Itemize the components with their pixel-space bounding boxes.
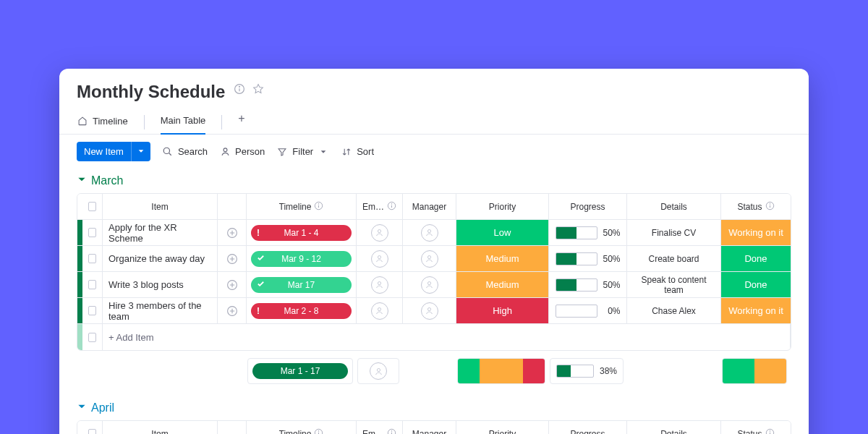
svg-point-34	[427, 307, 430, 310]
employee-cell[interactable]	[357, 220, 403, 246]
item-name[interactable]: Hire 3 members of the team	[103, 298, 218, 324]
group-summary: Mar 1 - 1738%	[77, 358, 791, 384]
employee-cell[interactable]	[357, 298, 403, 324]
employee-cell[interactable]	[357, 272, 403, 298]
progress-cell[interactable]: 50%	[549, 220, 627, 246]
table-row[interactable]: Hire 3 members of the team!Mar 2 - 8High…	[77, 298, 791, 324]
details-cell[interactable]: Chase Alex	[627, 298, 721, 324]
timeline-pill[interactable]: !Mar 2 - 8	[247, 298, 357, 324]
progress-cell[interactable]: 50%	[549, 246, 627, 272]
svg-point-8	[319, 203, 320, 204]
person-label: Person	[235, 146, 265, 157]
status-cell[interactable]: Done	[721, 246, 791, 272]
priority-cell[interactable]: Medium	[456, 272, 549, 298]
home-icon	[77, 115, 88, 127]
drag-handle-icon[interactable]: ⇕	[585, 420, 591, 422]
priority-distribution	[457, 358, 545, 384]
timeline-pill[interactable]: Mar 17	[247, 272, 357, 298]
status-cell[interactable]: Done	[721, 272, 791, 298]
svg-point-28	[378, 281, 380, 284]
status-cell[interactable]: Working on it	[721, 298, 791, 324]
status-distribution	[722, 358, 787, 384]
item-name[interactable]: Organize the away day	[103, 246, 218, 272]
svg-point-18	[378, 229, 380, 232]
details-cell[interactable]: Speak to content team	[627, 272, 721, 298]
svg-point-11	[391, 203, 392, 204]
info-icon[interactable]	[314, 201, 323, 213]
svg-point-38	[319, 430, 320, 431]
chevron-down-icon	[77, 174, 87, 187]
details-cell[interactable]: Finalise CV	[627, 220, 721, 246]
person-icon	[219, 146, 231, 158]
progress-cell[interactable]: 0%	[549, 298, 627, 324]
group-header[interactable]: April	[77, 401, 791, 414]
svg-point-29	[427, 281, 430, 284]
add-tab-button[interactable]: +	[238, 112, 244, 132]
select-all-checkbox[interactable]	[82, 421, 103, 434]
priority-cell[interactable]: Medium	[456, 246, 549, 272]
tab-timeline[interactable]: Timeline	[77, 111, 128, 134]
sort-icon	[341, 146, 352, 158]
tab-label: Timeline	[93, 116, 128, 127]
table-row[interactable]: Write 3 blog postsMar 17Medium50%Speak t…	[77, 272, 791, 298]
svg-point-44	[770, 430, 770, 431]
board-window: Monthly Schedule Timeline Main Table + N…	[59, 69, 809, 434]
add-subitem-button[interactable]	[218, 246, 247, 272]
sort-button[interactable]: Sort	[341, 146, 374, 158]
row-checkbox[interactable]	[82, 298, 103, 324]
row-checkbox[interactable]	[82, 246, 103, 272]
info-icon[interactable]	[387, 428, 396, 435]
filter-label: Filter	[292, 146, 313, 157]
add-subitem-button[interactable]	[218, 220, 247, 246]
info-icon[interactable]	[314, 428, 323, 435]
info-icon[interactable]	[387, 201, 396, 213]
table-row[interactable]: Organize the away dayMar 9 - 12Medium50%…	[77, 246, 791, 272]
filter-icon	[276, 146, 288, 158]
add-subitem-button[interactable]	[218, 298, 247, 324]
timeline-pill[interactable]: !Mar 1 - 4	[247, 220, 357, 246]
row-checkbox[interactable]	[82, 220, 103, 246]
priority-cell[interactable]: Low	[456, 220, 549, 246]
timeline-pill[interactable]: Mar 9 - 12	[247, 246, 357, 272]
person-button[interactable]: Person	[219, 146, 265, 158]
svg-line-4	[169, 153, 171, 156]
search-label: Search	[178, 146, 208, 157]
svg-point-35	[377, 368, 380, 371]
new-item-label: New Item	[77, 142, 131, 161]
priority-cell[interactable]: High	[456, 298, 549, 324]
row-checkbox[interactable]	[82, 272, 103, 298]
chevron-down-icon	[77, 401, 87, 414]
new-item-button[interactable]: New Item	[77, 142, 150, 161]
select-all-checkbox[interactable]	[82, 194, 103, 220]
status-cell[interactable]: Working on it	[721, 220, 791, 246]
svg-point-33	[378, 307, 380, 310]
info-icon[interactable]	[765, 428, 775, 435]
table-header: ItemTimelineEmplo…ManagerPriority⇕Progre…	[77, 421, 791, 434]
svg-point-5	[224, 148, 227, 152]
svg-point-23	[378, 255, 380, 258]
group-header[interactable]: March	[77, 174, 791, 187]
tab-main-table[interactable]: Main Table	[161, 111, 206, 135]
add-item-row[interactable]: + Add Item	[77, 324, 791, 350]
filter-button[interactable]: Filter	[276, 146, 329, 158]
group-name: April	[91, 401, 114, 414]
info-icon[interactable]	[765, 201, 775, 213]
svg-point-3	[164, 148, 170, 153]
search-button[interactable]: Search	[162, 146, 208, 158]
chevron-down-icon[interactable]	[131, 142, 150, 161]
add-subitem-button[interactable]	[218, 272, 247, 298]
item-name[interactable]: Apply for the XR Scheme	[103, 220, 218, 246]
item-name[interactable]: Write 3 blog posts	[103, 272, 218, 298]
employee-cell[interactable]	[357, 246, 403, 272]
table-row[interactable]: Apply for the XR Scheme!Mar 1 - 4Low50%F…	[77, 220, 791, 246]
info-icon[interactable]	[234, 83, 245, 95]
details-cell[interactable]: Create board	[627, 246, 721, 272]
progress-cell[interactable]: 50%	[549, 272, 627, 298]
manager-cell[interactable]	[403, 220, 456, 246]
chevron-down-icon	[318, 146, 329, 158]
manager-cell[interactable]	[403, 298, 456, 324]
star-icon[interactable]	[252, 83, 264, 95]
manager-cell[interactable]	[403, 246, 456, 272]
manager-cell[interactable]	[403, 272, 456, 298]
group-april: AprilItemTimelineEmplo…ManagerPriority⇕P…	[59, 401, 809, 434]
